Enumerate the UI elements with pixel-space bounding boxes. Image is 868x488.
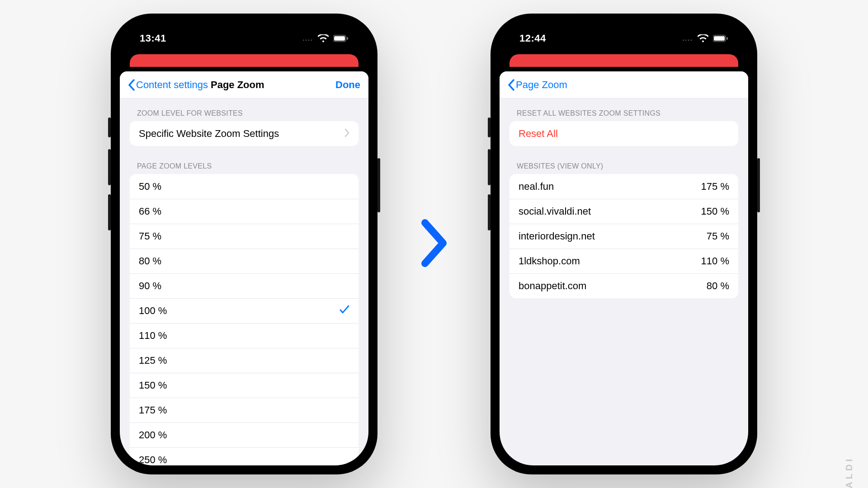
website-row: 1ldkshop.com110 %	[509, 249, 738, 273]
zoom-level-row[interactable]: 110 %	[130, 323, 359, 348]
zoom-level-label: 125 %	[139, 355, 349, 366]
zoom-level-row[interactable]: 90 %	[130, 273, 359, 298]
svg-rect-4	[714, 36, 725, 41]
zoom-level-label: 75 %	[139, 230, 349, 242]
notch	[192, 23, 296, 42]
row-label: Specific Website Zoom Settings	[139, 128, 345, 140]
zoom-level-label: 200 %	[139, 429, 349, 441]
sheet-underlay	[509, 54, 738, 67]
row-label: Reset All	[519, 128, 729, 140]
specific-website-zoom-row[interactable]: Specific Website Zoom Settings	[130, 121, 359, 146]
reset-all-button[interactable]: Reset All	[509, 121, 738, 146]
zoom-level-label: 110 %	[139, 330, 349, 342]
zoom-level-row[interactable]: 80 %	[130, 249, 359, 273]
chevron-right-icon	[345, 128, 349, 140]
phone-left: 13:41 .... Content settings	[111, 14, 377, 474]
website-domain: bonappetit.com	[519, 280, 707, 292]
battery-icon	[333, 35, 349, 42]
signal-dots-icon: ....	[302, 35, 313, 42]
chevron-left-icon	[128, 79, 135, 91]
zoom-level-label: 250 %	[139, 454, 349, 465]
website-domain: interiordesign.net	[519, 230, 707, 242]
zoom-level-row[interactable]: 200 %	[130, 422, 359, 447]
website-domain: 1ldkshop.com	[519, 255, 701, 267]
nav-bar: Content settings Page Zoom Done	[120, 71, 368, 99]
zoom-level-row[interactable]: 100 %	[130, 298, 359, 323]
website-row: bonappetit.com80 %	[509, 273, 738, 298]
back-label: Page Zoom	[516, 79, 567, 91]
website-row: interiordesign.net75 %	[509, 224, 738, 249]
back-button[interactable]: Content settings	[128, 79, 208, 91]
section-header-websites: WEBSITES (VIEW ONLY)	[500, 151, 748, 174]
checkmark-icon	[340, 305, 349, 317]
website-domain: social.vivaldi.net	[519, 206, 701, 217]
website-zoom-value: 175 %	[701, 181, 729, 192]
done-button[interactable]: Done	[335, 79, 360, 91]
nav-bar: Page Zoom	[500, 71, 748, 99]
settings-sheet: Content settings Page Zoom Done ZOOM LEV…	[120, 71, 368, 465]
zoom-level-label: 150 %	[139, 380, 349, 391]
phone-right: 12:44 .... Page Zoom	[491, 14, 757, 474]
zoom-level-label: 80 %	[139, 255, 349, 267]
zoom-level-row[interactable]: 66 %	[130, 199, 359, 224]
back-label: Content settings	[136, 79, 208, 91]
website-zoom-value: 110 %	[701, 255, 729, 267]
signal-dots-icon: ....	[682, 35, 693, 42]
wifi-icon	[698, 34, 708, 42]
zoom-level-row[interactable]: 175 %	[130, 398, 359, 422]
svg-rect-5	[726, 37, 728, 40]
website-row: social.vivaldi.net150 %	[509, 199, 738, 224]
vivaldi-watermark: VIVALDI	[844, 456, 854, 488]
battery-icon	[713, 35, 728, 42]
zoom-level-label: 50 %	[139, 181, 349, 192]
website-zoom-value: 75 %	[707, 230, 729, 242]
transition-arrow-icon	[418, 216, 450, 272]
website-zoom-value: 150 %	[701, 206, 729, 217]
zoom-level-row[interactable]: 75 %	[130, 224, 359, 249]
watermark-text: VIVALDI	[844, 456, 854, 488]
clock: 12:44	[519, 33, 546, 44]
zoom-level-row[interactable]: 125 %	[130, 348, 359, 373]
zoom-level-row[interactable]: 50 %	[130, 174, 359, 199]
page-title: Page Zoom	[211, 79, 264, 91]
section-header-reset: RESET ALL WEBSITES ZOOM SETTINGS	[500, 99, 748, 121]
zoom-level-label: 100 %	[139, 305, 340, 317]
clock: 13:41	[140, 33, 166, 44]
svg-rect-2	[347, 37, 348, 40]
chevron-left-icon	[508, 79, 515, 91]
zoom-level-row[interactable]: 150 %	[130, 373, 359, 398]
section-header-zoom-websites: ZOOM LEVEL FOR WEBSITES	[120, 99, 368, 121]
svg-rect-1	[334, 36, 345, 41]
zoom-level-label: 66 %	[139, 206, 349, 217]
website-row: neal.fun175 %	[509, 174, 738, 199]
website-zoom-value: 80 %	[707, 280, 729, 292]
notch	[572, 23, 676, 42]
zoom-level-label: 175 %	[139, 404, 349, 416]
zoom-level-label: 90 %	[139, 280, 349, 292]
settings-sheet: Page Zoom RESET ALL WEBSITES ZOOM SETTIN…	[500, 71, 748, 465]
wifi-icon	[318, 34, 329, 42]
section-header-zoom-levels: PAGE ZOOM LEVELS	[120, 151, 368, 174]
back-button[interactable]: Page Zoom	[508, 79, 567, 91]
website-domain: neal.fun	[519, 181, 701, 192]
sheet-underlay	[130, 54, 359, 67]
zoom-level-row[interactable]: 250 %	[130, 447, 359, 465]
